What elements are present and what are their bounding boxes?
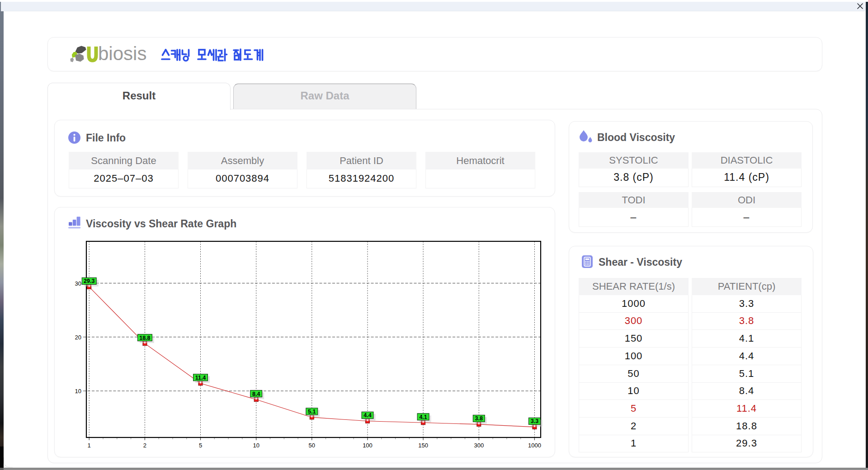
svg-text:10: 10 <box>253 442 259 449</box>
svg-text:8.4: 8.4 <box>252 391 260 397</box>
svg-text:1000: 1000 <box>528 442 541 449</box>
svg-text:29.3: 29.3 <box>84 278 94 284</box>
svg-text:100: 100 <box>363 442 373 449</box>
svg-text:50: 50 <box>309 442 315 449</box>
svg-text:10: 10 <box>75 388 81 395</box>
svg-text:Viscosity vs Shear Rate Graph: Viscosity vs Shear Rate Graph <box>86 218 236 230</box>
svg-text:5.1: 5.1 <box>308 409 316 415</box>
svg-text:20: 20 <box>75 334 81 341</box>
svg-text:4.1: 4.1 <box>419 414 427 420</box>
svg-text:150: 150 <box>418 442 428 449</box>
svg-text:1: 1 <box>88 442 91 449</box>
svg-text:11.4: 11.4 <box>195 375 206 381</box>
svg-text:2: 2 <box>143 442 146 449</box>
svg-text:30: 30 <box>75 280 81 287</box>
svg-text:3.8: 3.8 <box>475 415 483 422</box>
svg-text:4.4: 4.4 <box>363 412 371 418</box>
svg-text:3.3: 3.3 <box>531 418 538 424</box>
svg-text:18.8: 18.8 <box>139 335 150 341</box>
svg-text:300: 300 <box>474 442 484 449</box>
svg-text:5: 5 <box>199 442 202 449</box>
